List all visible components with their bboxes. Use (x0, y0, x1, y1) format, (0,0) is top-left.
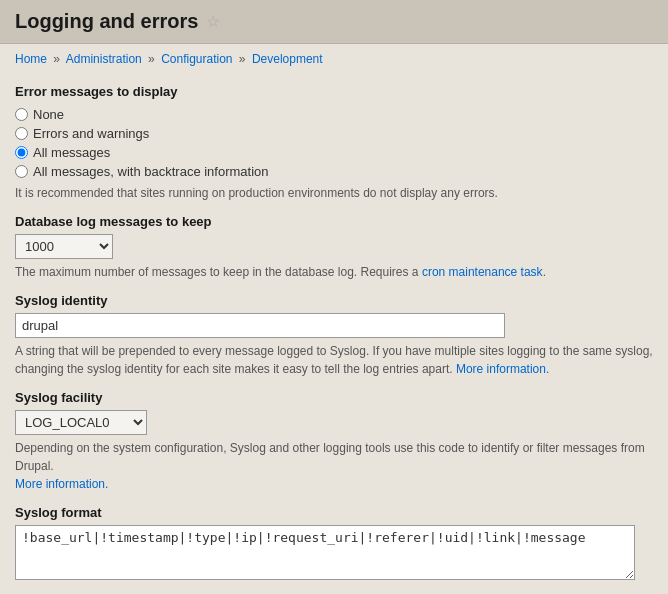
radio-item-all-messages: All messages (15, 145, 653, 160)
radio-item-all-backtrace: All messages, with backtrace information (15, 164, 653, 179)
radio-all-backtrace-label[interactable]: All messages, with backtrace information (33, 164, 269, 179)
radio-errors-warnings[interactable] (15, 127, 28, 140)
breadcrumb-configuration[interactable]: Configuration (161, 52, 232, 66)
error-messages-radio-group: None Errors and warnings All messages Al… (15, 107, 653, 179)
syslog-facility-select[interactable]: LOG_LOCAL0 LOG_LOCAL1 LOG_LOCAL2 LOG_LOC… (15, 410, 147, 435)
radio-none-label[interactable]: None (33, 107, 64, 122)
breadcrumb-sep-1: » (53, 52, 60, 66)
database-log-desc-end: . (543, 265, 546, 279)
database-log-select[interactable]: 100 1000 10000 100000 1000000 (15, 234, 113, 259)
syslog-facility-more-link[interactable]: More information. (15, 477, 108, 491)
page-title: Logging and errors (15, 10, 198, 33)
database-log-label: Database log messages to keep (15, 214, 653, 229)
radio-errors-warnings-label[interactable]: Errors and warnings (33, 126, 149, 141)
radio-item-none: None (15, 107, 653, 122)
syslog-facility-section: Syslog facility LOG_LOCAL0 LOG_LOCAL1 LO… (15, 390, 653, 493)
database-log-select-wrapper: 100 1000 10000 100000 1000000 (15, 234, 113, 259)
page-header: Logging and errors ☆ (0, 0, 668, 44)
syslog-format-section: Syslog format !base_url|!timestamp|!type… (15, 505, 653, 583)
syslog-identity-more-link[interactable]: More information. (456, 362, 549, 376)
syslog-identity-description: A string that will be prepended to every… (15, 342, 653, 378)
syslog-facility-select-wrapper: LOG_LOCAL0 LOG_LOCAL1 LOG_LOCAL2 LOG_LOC… (15, 410, 147, 435)
error-messages-section: Error messages to display None Errors an… (15, 84, 653, 202)
syslog-identity-label: Syslog identity (15, 293, 653, 308)
breadcrumb: Home » Administration » Configuration » … (0, 44, 668, 74)
database-log-description: The maximum number of messages to keep i… (15, 263, 653, 281)
breadcrumb-sep-2: » (148, 52, 155, 66)
radio-none[interactable] (15, 108, 28, 121)
error-messages-hint: It is recommended that sites running on … (15, 185, 653, 202)
page-wrapper: Logging and errors ☆ Home » Administrati… (0, 0, 668, 594)
syslog-format-label: Syslog format (15, 505, 653, 520)
radio-all-messages[interactable] (15, 146, 28, 159)
syslog-identity-section: Syslog identity A string that will be pr… (15, 293, 653, 378)
breadcrumb-development[interactable]: Development (252, 52, 323, 66)
syslog-identity-input[interactable] (15, 313, 505, 338)
error-messages-title: Error messages to display (15, 84, 653, 99)
radio-all-backtrace[interactable] (15, 165, 28, 178)
syslog-format-textarea[interactable]: !base_url|!timestamp|!type|!ip|!request_… (15, 525, 635, 580)
content-area: Error messages to display None Errors an… (0, 74, 668, 594)
syslog-facility-description: Depending on the system configuration, S… (15, 439, 653, 493)
database-log-desc-text: The maximum number of messages to keep i… (15, 265, 419, 279)
radio-item-errors-warnings: Errors and warnings (15, 126, 653, 141)
star-icon[interactable]: ☆ (206, 12, 220, 31)
breadcrumb-home[interactable]: Home (15, 52, 47, 66)
database-log-section: Database log messages to keep 100 1000 1… (15, 214, 653, 281)
breadcrumb-administration[interactable]: Administration (66, 52, 142, 66)
breadcrumb-sep-3: » (239, 52, 246, 66)
radio-all-messages-label[interactable]: All messages (33, 145, 110, 160)
cron-maintenance-link[interactable]: cron maintenance task (422, 265, 543, 279)
syslog-facility-label: Syslog facility (15, 390, 653, 405)
